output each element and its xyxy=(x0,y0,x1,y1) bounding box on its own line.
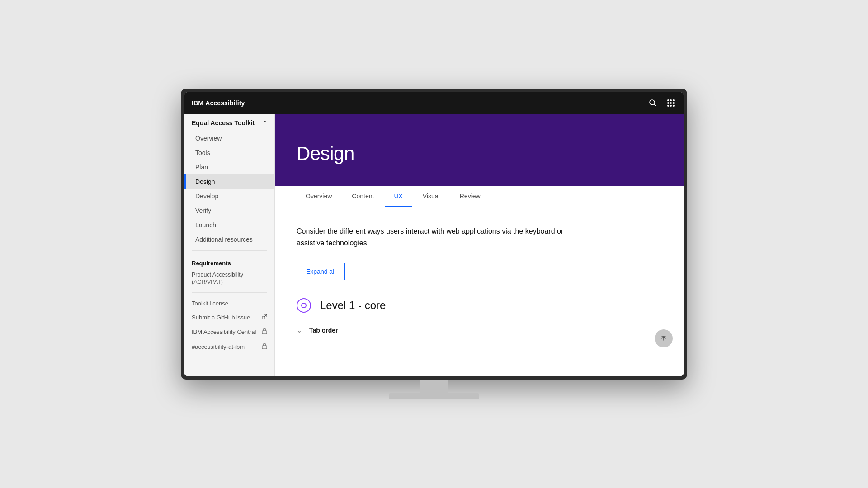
level-section: Level 1 - core xyxy=(297,298,662,313)
main-layout: Equal Access Toolkit ⌃ Overview Tools Pl… xyxy=(184,114,684,376)
sidebar-item-tools[interactable]: Tools xyxy=(184,145,274,160)
github-issue-label: Submit a GitHub issue xyxy=(192,314,250,321)
brand-name: Accessibility xyxy=(205,99,245,107)
sidebar-collapse-icon: ⌃ xyxy=(263,120,267,126)
tab-overview[interactable]: Overview xyxy=(297,186,341,207)
sidebar-item-develop[interactable]: Develop xyxy=(184,189,274,203)
content-area: Design Overview Content UX Visual Review… xyxy=(275,114,684,376)
sidebar-section-title: Equal Access Toolkit xyxy=(192,119,255,127)
level-title: Level 1 - core xyxy=(320,299,386,312)
sidebar-accessibility-at-ibm[interactable]: #accessibility-at-ibm xyxy=(184,339,274,354)
tab-content[interactable]: Content xyxy=(343,186,383,207)
grid-dots xyxy=(667,99,675,107)
page-title: Design xyxy=(297,143,354,164)
sidebar-nav-items: Overview Tools Plan Design Develop Verif… xyxy=(184,131,274,247)
hero-banner: Design xyxy=(275,114,684,186)
lock-icon-1 xyxy=(262,328,267,336)
brand-ibm: IBM xyxy=(192,99,203,107)
level-icon-inner xyxy=(301,303,307,308)
accordion-header[interactable]: ⌄ Tab order xyxy=(297,327,662,334)
sidebar-ibm-accessibility-central[interactable]: IBM Accessibility Central xyxy=(184,324,274,339)
tab-ux[interactable]: UX xyxy=(385,186,411,207)
sidebar-item-additional-resources[interactable]: Additional resources xyxy=(184,232,274,247)
accessibility-at-ibm-label: #accessibility-at-ibm xyxy=(192,343,245,350)
sidebar-requirements-label[interactable]: Requirements xyxy=(184,254,274,269)
sidebar-item-verify[interactable]: Verify xyxy=(184,203,274,218)
svg-rect-5 xyxy=(262,346,267,349)
sidebar-acr-label[interactable]: Product Accessibility (ACR/VPAT) xyxy=(184,269,274,289)
page-content: Consider the different ways users intera… xyxy=(275,207,684,358)
sidebar-section-header[interactable]: Equal Access Toolkit ⌃ xyxy=(184,114,274,131)
accordion-tab-order: ⌄ Tab order xyxy=(297,320,662,340)
sidebar-divider-1 xyxy=(192,250,267,251)
accordion-chevron-icon: ⌄ xyxy=(297,327,302,334)
search-icon[interactable] xyxy=(647,98,658,108)
sidebar-item-launch[interactable]: Launch xyxy=(184,218,274,232)
intro-text: Consider the different ways users intera… xyxy=(297,225,568,249)
topnav-icons xyxy=(647,98,676,108)
sidebar-item-plan[interactable]: Plan xyxy=(184,160,274,174)
svg-line-3 xyxy=(264,314,267,317)
tab-review[interactable]: Review xyxy=(451,186,490,207)
svg-line-1 xyxy=(654,104,656,107)
top-navigation: IBM Accessibility xyxy=(184,92,684,114)
toolkit-license-label: Toolkit license xyxy=(192,300,228,307)
app-switcher-icon[interactable] xyxy=(665,98,676,108)
external-link-icon xyxy=(262,314,267,321)
accordion-label: Tab order xyxy=(309,327,338,334)
svg-rect-4 xyxy=(262,331,267,334)
brand: IBM Accessibility xyxy=(192,99,245,107)
sidebar: Equal Access Toolkit ⌃ Overview Tools Pl… xyxy=(184,114,275,376)
level-icon xyxy=(297,298,311,313)
lock-icon-2 xyxy=(262,343,267,351)
sidebar-divider-2 xyxy=(192,292,267,293)
expand-all-button[interactable]: Expand all xyxy=(297,263,345,280)
monitor-stand-neck xyxy=(420,380,448,393)
sidebar-item-design[interactable]: Design xyxy=(184,174,274,189)
sidebar-github-issue[interactable]: Submit a GitHub issue xyxy=(184,310,274,324)
scroll-to-top-button[interactable] xyxy=(655,329,673,347)
sidebar-toolkit-license[interactable]: Toolkit license xyxy=(184,296,274,310)
tab-visual[interactable]: Visual xyxy=(414,186,449,207)
tabs-bar: Overview Content UX Visual Review xyxy=(275,186,684,207)
ibm-accessibility-central-label: IBM Accessibility Central xyxy=(192,328,256,335)
monitor-stand-base xyxy=(389,393,479,399)
sidebar-item-overview[interactable]: Overview xyxy=(184,131,274,145)
